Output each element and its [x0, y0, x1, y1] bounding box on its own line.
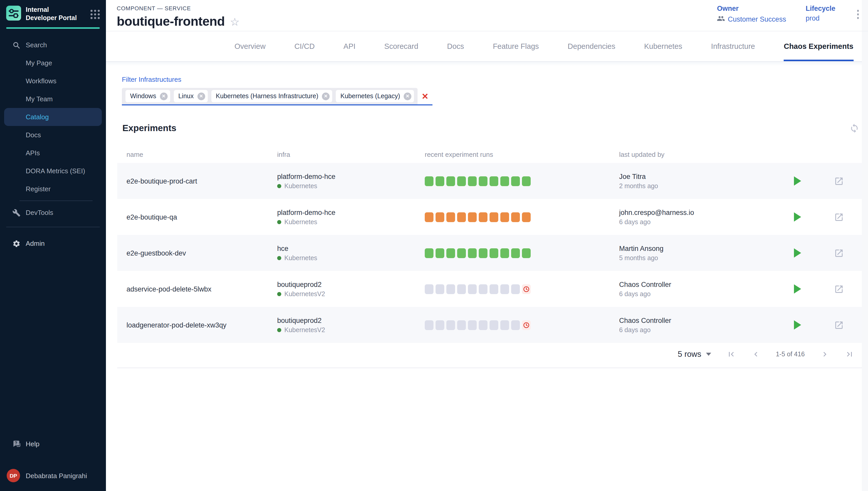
clear-filters-icon[interactable]: ✕	[417, 88, 432, 104]
run-indicator[interactable]	[446, 248, 455, 258]
run-indicator[interactable]	[522, 212, 531, 222]
sidebar-item-my-team[interactable]: My Team	[4, 90, 102, 108]
run-indicator[interactable]	[479, 248, 488, 258]
tab-docs[interactable]: Docs	[447, 31, 464, 61]
sidebar-item-devtools[interactable]: DevTools	[4, 204, 102, 222]
run-indicator[interactable]	[479, 284, 488, 294]
remove-chip-icon[interactable]: ✕	[404, 92, 411, 100]
run-experiment-button[interactable]	[794, 248, 801, 258]
run-indicator[interactable]	[457, 176, 466, 186]
run-indicator[interactable]	[446, 176, 455, 186]
run-indicator[interactable]	[468, 212, 477, 222]
open-experiment-icon[interactable]	[834, 320, 844, 330]
run-indicator[interactable]	[522, 248, 531, 258]
previous-page-button[interactable]	[751, 350, 760, 359]
run-indicator[interactable]	[511, 320, 520, 330]
first-page-button[interactable]	[726, 350, 735, 359]
run-indicator[interactable]	[500, 284, 509, 294]
run-indicator[interactable]	[457, 212, 466, 222]
run-indicator[interactable]	[457, 320, 466, 330]
last-page-button[interactable]	[845, 350, 854, 359]
run-experiment-button[interactable]	[794, 284, 801, 294]
tab-dependencies[interactable]: Dependencies	[568, 31, 615, 61]
run-indicator[interactable]	[468, 176, 477, 186]
pending-run-clock-icon[interactable]	[522, 320, 531, 330]
tab-kubernetes[interactable]: Kubernetes	[644, 31, 682, 61]
run-indicator[interactable]	[468, 284, 477, 294]
sidebar-item-register[interactable]: Register	[4, 180, 102, 198]
filter-infrastructures-link[interactable]: Filter Infrastructures	[122, 76, 868, 83]
sidebar-item-admin[interactable]: Admin	[4, 235, 102, 253]
tab-overview[interactable]: Overview	[234, 31, 266, 61]
run-indicator[interactable]	[436, 320, 444, 330]
run-indicator[interactable]	[490, 284, 498, 294]
run-indicator[interactable]	[479, 320, 488, 330]
run-indicator[interactable]	[500, 212, 509, 222]
sidebar-item-my-page[interactable]: My Page	[4, 54, 102, 72]
tab-api[interactable]: API	[344, 31, 355, 61]
run-indicator[interactable]	[511, 284, 520, 294]
next-page-button[interactable]	[820, 350, 830, 359]
sidebar-item-apis[interactable]: APIs	[4, 144, 102, 162]
run-indicator[interactable]	[468, 248, 477, 258]
run-indicator[interactable]	[511, 212, 520, 222]
run-indicator[interactable]	[425, 176, 433, 186]
run-indicator[interactable]	[500, 176, 509, 186]
sidebar-item-docs[interactable]: Docs	[4, 126, 102, 144]
infrastructure-filter-field[interactable]: Windows ✕ Linux ✕ Kubernetes (Harness In…	[122, 88, 432, 106]
run-indicator[interactable]	[500, 248, 509, 258]
run-indicator[interactable]	[511, 176, 520, 186]
run-experiment-button[interactable]	[794, 320, 801, 329]
run-indicator[interactable]	[436, 284, 444, 294]
tab-feature-flags[interactable]: Feature Flags	[493, 31, 539, 61]
open-experiment-icon[interactable]	[834, 176, 844, 186]
owner-link[interactable]: Customer Success	[717, 15, 786, 24]
open-experiment-icon[interactable]	[834, 284, 844, 294]
run-indicator[interactable]	[446, 284, 455, 294]
run-indicator[interactable]	[457, 284, 466, 294]
remove-chip-icon[interactable]: ✕	[160, 92, 167, 100]
module-switcher-icon[interactable]	[90, 10, 100, 19]
run-experiment-button[interactable]	[794, 212, 801, 222]
more-options-kebab-icon[interactable]	[855, 7, 861, 22]
run-experiment-button[interactable]	[794, 176, 801, 185]
run-indicator[interactable]	[446, 212, 455, 222]
tab-cicd[interactable]: CI/CD	[294, 31, 315, 61]
run-indicator[interactable]	[425, 212, 433, 222]
run-indicator[interactable]	[490, 320, 498, 330]
run-indicator[interactable]	[425, 284, 433, 294]
sidebar-item-help[interactable]: ? Help	[4, 435, 102, 453]
remove-chip-icon[interactable]: ✕	[322, 92, 329, 100]
run-indicator[interactable]	[436, 212, 444, 222]
run-indicator[interactable]	[490, 212, 498, 222]
pending-run-clock-icon[interactable]	[522, 284, 531, 294]
run-indicator[interactable]	[511, 248, 520, 258]
run-indicator[interactable]	[479, 176, 488, 186]
sidebar-item-search[interactable]: Search	[4, 36, 102, 54]
run-indicator[interactable]	[446, 320, 455, 330]
sidebar-item-workflows[interactable]: Workflows	[4, 72, 102, 90]
run-indicator[interactable]	[522, 176, 531, 186]
run-indicator[interactable]	[479, 212, 488, 222]
run-indicator[interactable]	[500, 320, 509, 330]
run-indicator[interactable]	[425, 320, 433, 330]
tab-chaos-experiments[interactable]: Chaos Experiments	[784, 31, 853, 61]
favorite-star-icon[interactable]: ☆	[230, 17, 240, 27]
run-indicator[interactable]	[425, 248, 433, 258]
rows-per-page-select[interactable]: 5 rows	[678, 350, 711, 359]
filter-chips-area[interactable]: Windows ✕ Linux ✕ Kubernetes (Harness In…	[122, 88, 417, 104]
run-indicator[interactable]	[436, 248, 444, 258]
tab-infrastructure[interactable]: Infrastructure	[711, 31, 755, 61]
run-indicator[interactable]	[457, 248, 466, 258]
run-indicator[interactable]	[490, 176, 498, 186]
open-experiment-icon[interactable]	[834, 248, 844, 258]
run-indicator[interactable]	[468, 320, 477, 330]
scrollbar-track[interactable]	[862, 0, 868, 491]
sidebar-item-dora-metrics[interactable]: DORA Metrics (SEI)	[4, 162, 102, 180]
sidebar-item-catalog[interactable]: Catalog	[4, 108, 102, 126]
refresh-icon[interactable]	[849, 123, 859, 133]
run-indicator[interactable]	[436, 176, 444, 186]
open-experiment-icon[interactable]	[834, 212, 844, 222]
tab-scorecard[interactable]: Scorecard	[384, 31, 418, 61]
run-indicator[interactable]	[490, 248, 498, 258]
